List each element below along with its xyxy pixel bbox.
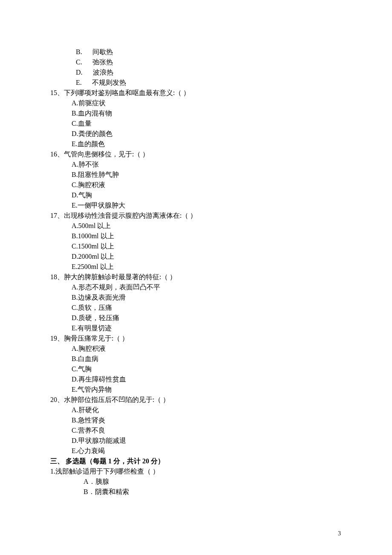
q20-option-a: A.肝硬化 [50, 405, 341, 415]
q19-stem: 19、胸骨压痛常见于:（ ） [50, 333, 341, 344]
q14-option-c: C. 弛张热 [50, 57, 341, 67]
q14-option-b: B. 间歇热 [50, 47, 341, 57]
q16-stem: 16、气管向患侧移位，见于:（ ） [50, 149, 341, 159]
q18-option-c: C.质软，压痛 [50, 303, 341, 313]
q15-option-c: C.血量 [50, 119, 341, 129]
q19-option-d: D.再生障碍性贫血 [50, 374, 341, 384]
q20-stem: 20、水肿部位指压后不凹陷的见于:（ ） [50, 395, 341, 405]
q16-option-d: D.气胸 [50, 190, 341, 200]
mq1-option-b: B．阴囊和精索 [50, 487, 341, 497]
q20-option-b: B.急性肾炎 [50, 415, 341, 425]
q17-stem: 17、出现移动性浊音提示腹腔内游离液体在:（ ） [50, 211, 341, 221]
q15-option-e: E.血的颜色 [50, 139, 341, 149]
q17-option-d: D.2000ml 以上 [50, 251, 341, 262]
q18-option-d: D.质硬，轻压痛 [50, 313, 341, 323]
q18-stem: 18、肿大的脾脏触诊时最显著的特征:（ ） [50, 272, 341, 282]
q19-option-a: A.胸腔积液 [50, 344, 341, 354]
q18-option-b: B.边缘及表面光滑 [50, 292, 341, 303]
q15-option-d: D.粪便的颜色 [50, 129, 341, 139]
q14-option-c-text: 弛张热 [92, 58, 113, 66]
page-number: 3 [338, 529, 341, 538]
q14-option-d-text: 波浪热 [93, 69, 113, 76]
q20-option-d: D.甲状腺功能减退 [50, 436, 341, 446]
q16-option-b: B.阻塞性肺气肿 [50, 170, 341, 180]
q15-option-a: A.前驱症状 [50, 98, 341, 108]
section-3-heading: 三、 多选题（每题 1 分，共计 20 分） [50, 456, 341, 466]
q17-option-a: A.500ml 以上 [50, 221, 341, 231]
q14-option-e-text: 不规则发热 [92, 79, 126, 86]
q16-option-e: E.一侧甲状腺肿大 [50, 200, 341, 211]
q18-option-e: E.有明显切迹 [50, 323, 341, 333]
q19-option-c: C.气胸 [50, 364, 341, 374]
q14-option-d: D. 波浪热 [50, 67, 341, 78]
q20-option-c: C.营养不良 [50, 425, 341, 436]
q17-option-b: B.1000ml 以上 [50, 231, 341, 241]
q15-option-b: B.血内混有物 [50, 108, 341, 119]
q16-option-a: A.肺不张 [50, 159, 341, 170]
q16-option-c: C.胸腔积液 [50, 180, 341, 190]
mq1-option-a: A．胰腺 [50, 477, 341, 487]
q20-option-e: E.心力衰竭 [50, 446, 341, 456]
q17-option-e: E.2500ml 以上 [50, 262, 341, 272]
q17-option-c: C.1500ml 以上 [50, 241, 341, 251]
q19-option-b: B.白血病 [50, 354, 341, 364]
mq1-stem: 1.浅部触诊适用于下列哪些检查（ ） [50, 466, 341, 477]
q14-option-b-text: 间歇热 [92, 48, 113, 55]
q14-option-e: E. 不规则发热 [50, 78, 341, 88]
q19-option-e: E.气管内异物 [50, 384, 341, 395]
q18-option-a: A.形态不规则，表面凹凸不平 [50, 282, 341, 292]
q15-stem: 15、下列哪项对鉴别咯血和呕血最有意义:（ ） [50, 88, 341, 98]
